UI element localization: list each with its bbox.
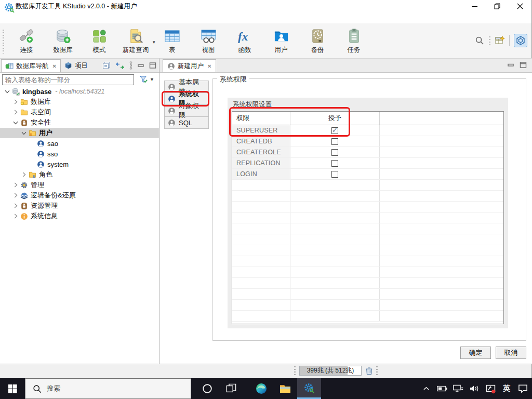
chevron-down-icon[interactable] [11, 118, 20, 127]
speaker-icon[interactable] [468, 378, 481, 399]
layers-icon [20, 191, 29, 200]
toolbar-grip[interactable] [489, 36, 490, 45]
link-with-editor-icon[interactable] [115, 62, 125, 69]
chevron-down-icon[interactable]: ▼ [150, 77, 154, 82]
close-icon[interactable]: ✕ [207, 63, 211, 69]
empty-table-row [232, 256, 503, 267]
toolbar-button[interactable]: 新建查询 ▾ [117, 27, 154, 55]
grant-checkbox[interactable] [331, 149, 338, 156]
table-filter-input[interactable] [2, 74, 134, 85]
open-perspective-icon[interactable] [495, 35, 505, 46]
grant-checkbox[interactable] [331, 138, 338, 145]
ime-language-indicator[interactable]: 英 [500, 384, 513, 393]
tree-item[interactable]: 管理 [0, 180, 159, 190]
gear-icon [20, 181, 29, 189]
battery-icon[interactable] [436, 378, 448, 399]
toolbar-button[interactable]: 视图 [190, 27, 227, 55]
collapse-all-icon[interactable] [102, 61, 111, 70]
chevron-right-icon[interactable] [11, 212, 20, 220]
user-icon [36, 139, 45, 148]
chevron-right-icon[interactable] [11, 191, 20, 200]
tab-new-user[interactable]: 新建用户 ✕ [163, 59, 216, 72]
grant-checkbox[interactable] [331, 171, 338, 178]
toolbar-button[interactable]: 连接 [8, 27, 45, 55]
tree-item[interactable]: 系统信息 [0, 211, 159, 221]
task-view-button[interactable] [219, 378, 243, 399]
close-icon[interactable]: ✕ [52, 63, 57, 69]
tree-item[interactable]: 角色 [0, 169, 159, 180]
toolbar-button[interactable]: fx 函数 [227, 27, 263, 55]
tree-item[interactable]: 表空间 [0, 107, 159, 117]
privilege-row[interactable]: REPLICATION [232, 158, 503, 169]
toolbar-button[interactable]: 任务 [336, 27, 372, 55]
minimize-panel-icon[interactable] [507, 62, 514, 68]
tree-item[interactable]: sso [0, 149, 159, 159]
tree-item[interactable]: 数据库 [0, 97, 159, 107]
toolbar-grip[interactable] [3, 30, 4, 54]
filter-icon[interactable] [139, 75, 148, 84]
tree-item[interactable]: 用户 [0, 128, 159, 138]
toolbar-button[interactable]: 备份 [299, 27, 336, 55]
file-explorer-icon[interactable] [273, 378, 297, 399]
ok-button[interactable]: 确定 [460, 347, 491, 359]
tree-item[interactable]: 逻辑备份&还原 [0, 190, 159, 201]
tree-item[interactable]: kingbase - localhost:54321 [0, 86, 159, 97]
minimize-panel-icon[interactable] [137, 62, 144, 69]
edge-icon[interactable] [249, 378, 273, 399]
task-icon [345, 27, 363, 45]
menu-item[interactable] [12, 12, 23, 23]
dropdown-caret-icon[interactable]: ▾ [153, 39, 161, 45]
memory-gauge[interactable]: 399兆 (共 512兆) [299, 366, 362, 376]
current-perspective-button[interactable] [514, 34, 527, 47]
menu-item[interactable] [64, 12, 75, 23]
search-icon[interactable] [474, 35, 485, 46]
grant-checkbox[interactable] [331, 160, 338, 167]
tray-chevron-up-icon[interactable] [420, 378, 432, 399]
tab-database-navigator[interactable]: 数据库导航 ✕ [1, 59, 61, 72]
menu-item[interactable] [75, 12, 85, 23]
menu-item[interactable] [23, 12, 33, 23]
chevron-down-icon[interactable] [3, 87, 11, 96]
chevron-down-icon[interactable] [20, 129, 28, 137]
editor-nav-item[interactable]: 对象权限 [164, 104, 209, 117]
tree-item[interactable]: 安全性 [0, 117, 159, 128]
tree-item[interactable]: system [0, 159, 159, 169]
view-menu-icon[interactable] [129, 61, 132, 70]
garbage-collect-icon[interactable] [365, 366, 374, 376]
close-button[interactable] [509, 0, 531, 12]
menu-item[interactable] [2, 12, 12, 23]
db-navigator-icon [5, 62, 14, 70]
grant-checkbox[interactable] [331, 127, 338, 134]
privilege-row[interactable]: CREATEDB [232, 136, 503, 147]
start-button[interactable] [0, 378, 25, 399]
tree-item[interactable]: 资源管理 [0, 201, 159, 211]
ime-tool-icon[interactable] [484, 378, 497, 399]
privilege-row[interactable]: CREATEROLE [232, 147, 503, 158]
maximize-panel-icon[interactable] [149, 62, 156, 69]
tree-item[interactable]: sao [0, 138, 159, 149]
chevron-right-icon[interactable] [11, 108, 20, 116]
privilege-row[interactable]: SUPERUSER [232, 125, 503, 136]
cancel-button[interactable]: 取消 [496, 347, 526, 359]
toolbar-button[interactable]: 模式 [81, 27, 117, 55]
toolbar-button[interactable]: 数据库 [45, 27, 81, 55]
menu-item[interactable] [54, 12, 64, 23]
chevron-right-icon[interactable] [11, 181, 20, 189]
menu-item[interactable] [44, 12, 54, 23]
network-icon[interactable] [452, 378, 464, 399]
chevron-right-icon[interactable] [11, 98, 20, 106]
toolbar-button[interactable]: 用户 [263, 27, 299, 55]
chevron-right-icon[interactable] [11, 202, 20, 210]
kstudio-taskbar-icon[interactable] [297, 378, 321, 399]
restore-button[interactable] [486, 0, 509, 12]
taskbar-search-box[interactable]: 搜索 [25, 378, 191, 399]
maximize-panel-icon[interactable] [520, 62, 527, 68]
action-center-icon[interactable] [516, 378, 529, 399]
chevron-right-icon[interactable] [20, 170, 28, 179]
privilege-row[interactable]: LOGIN [232, 169, 503, 180]
menu-item[interactable] [33, 12, 44, 23]
cortana-button[interactable] [195, 378, 219, 399]
minimize-button[interactable] [463, 0, 486, 12]
tab-project[interactable]: 项目 [61, 59, 91, 72]
folder-database-icon [20, 98, 29, 106]
